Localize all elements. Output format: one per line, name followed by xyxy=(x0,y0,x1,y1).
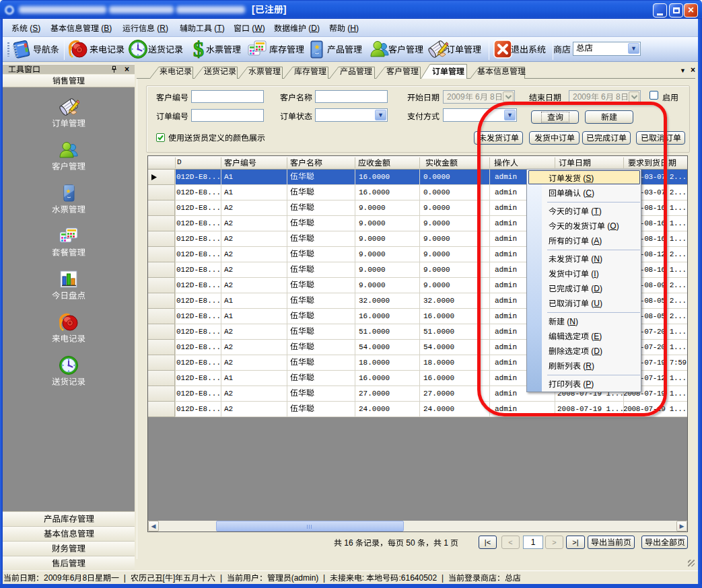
svg-text:$: $ xyxy=(193,38,204,60)
